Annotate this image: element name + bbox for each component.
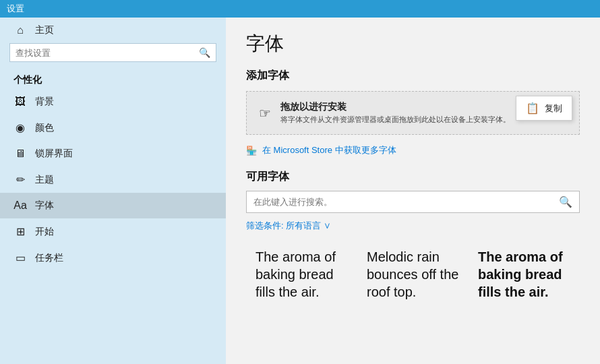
tooltip-label: 复制 (545, 102, 562, 115)
store-icon: 🏪 (246, 146, 257, 156)
font-search-box[interactable]: 🔍 (246, 191, 580, 213)
sidebar-start-label: 开始 (35, 226, 54, 238)
sidebar-theme-label: 主题 (35, 174, 54, 186)
main-layout: ⌂ 主页 🔍 个性化 🖼 背景 ◉ 颜色 🖥 锁屏界面 ✏ 主题 Aa 字体 (0, 18, 600, 364)
sidebar-search-box[interactable]: 🔍 (9, 43, 216, 62)
filter-row: 筛选条件: 所有语言 ∨ (246, 220, 580, 232)
sidebar-background-label: 背景 (35, 96, 54, 108)
drop-zone[interactable]: ☞ 拖放以进行安装 将字体文件从文件资源管理器或桌面拖放到此处以在设备上安装字体… (246, 91, 580, 135)
filter-label: 筛选条件: (246, 220, 284, 231)
title-bar: 设置 (0, 0, 600, 18)
copy-icon: 📋 (526, 102, 539, 115)
home-icon: ⌂ (13, 24, 27, 36)
page-title: 字体 (246, 31, 580, 57)
sidebar-font-label: 字体 (35, 200, 54, 212)
font-card-2[interactable]: The aroma of baking bread fills the air. (469, 241, 580, 307)
drag-cursor-icon: ☞ (259, 105, 271, 121)
store-link[interactable]: 🏪 在 Microsoft Store 中获取更多字体 (246, 144, 580, 156)
font-icon: Aa (13, 200, 27, 212)
tooltip-popup: 📋 复制 (516, 96, 572, 121)
taskbar-icon: ▭ (13, 251, 27, 264)
sidebar-item-lockscreen[interactable]: 🖥 锁屏界面 (0, 141, 226, 166)
content-area: 字体 添加字体 ☞ 拖放以进行安装 将字体文件从文件资源管理器或桌面拖放到此处以… (226, 18, 600, 364)
title-bar-label: 设置 (7, 3, 24, 13)
filter-chevron-icon: ∨ (324, 220, 331, 231)
font-preview-2: The aroma of baking bread fills the air. (478, 248, 570, 301)
font-preview-1: Melodic rain bounces off the roof top. (367, 248, 459, 301)
store-link-text: 在 Microsoft Store 中获取更多字体 (262, 144, 396, 156)
sidebar-item-color[interactable]: ◉ 颜色 (0, 115, 226, 141)
background-icon: 🖼 (13, 96, 27, 108)
sidebar-home-label: 主页 (35, 24, 54, 36)
sidebar-item-home[interactable]: ⌂ 主页 (0, 18, 226, 43)
available-fonts-heading: 可用字体 (246, 170, 580, 184)
drop-zone-title: 拖放以进行安装 (280, 101, 510, 113)
lockscreen-icon: 🖥 (13, 148, 27, 160)
sidebar-item-start[interactable]: ⊞ 开始 (0, 218, 226, 245)
font-preview-0: The aroma of baking bread fills the air. (256, 248, 348, 301)
sidebar-taskbar-label: 任务栏 (35, 252, 63, 264)
sidebar-item-font[interactable]: Aa 字体 (0, 193, 226, 218)
sidebar: ⌂ 主页 🔍 个性化 🖼 背景 ◉ 颜色 🖥 锁屏界面 ✏ 主题 Aa 字体 (0, 18, 226, 364)
font-search-input[interactable] (253, 197, 559, 207)
sidebar-item-background[interactable]: 🖼 背景 (0, 89, 226, 115)
sidebar-lockscreen-label: 锁屏界面 (35, 148, 73, 160)
font-card-0[interactable]: The aroma of baking bread fills the air. (246, 241, 357, 307)
sidebar-item-taskbar[interactable]: ▭ 任务栏 (0, 245, 226, 271)
sidebar-color-label: 颜色 (35, 122, 54, 134)
font-card-1[interactable]: Melodic rain bounces off the roof top. (357, 241, 469, 307)
add-font-heading: 添加字体 (246, 69, 580, 83)
sidebar-item-theme[interactable]: ✏ 主题 (0, 166, 226, 193)
drop-zone-subtitle: 将字体文件从文件资源管理器或桌面拖放到此处以在设备上安装字体。 (280, 115, 510, 125)
font-cards: The aroma of baking bread fills the air.… (246, 241, 580, 307)
sidebar-search-input[interactable] (16, 48, 199, 58)
color-icon: ◉ (13, 121, 27, 134)
start-icon: ⊞ (13, 225, 27, 238)
sidebar-group-title: 个性化 (0, 69, 226, 89)
filter-value[interactable]: 所有语言 (286, 220, 321, 231)
font-search-icon: 🔍 (559, 195, 572, 208)
theme-icon: ✏ (13, 173, 27, 186)
drop-zone-text-block: 拖放以进行安装 将字体文件从文件资源管理器或桌面拖放到此处以在设备上安装字体。 (280, 101, 510, 125)
sidebar-search-icon: 🔍 (199, 47, 210, 58)
